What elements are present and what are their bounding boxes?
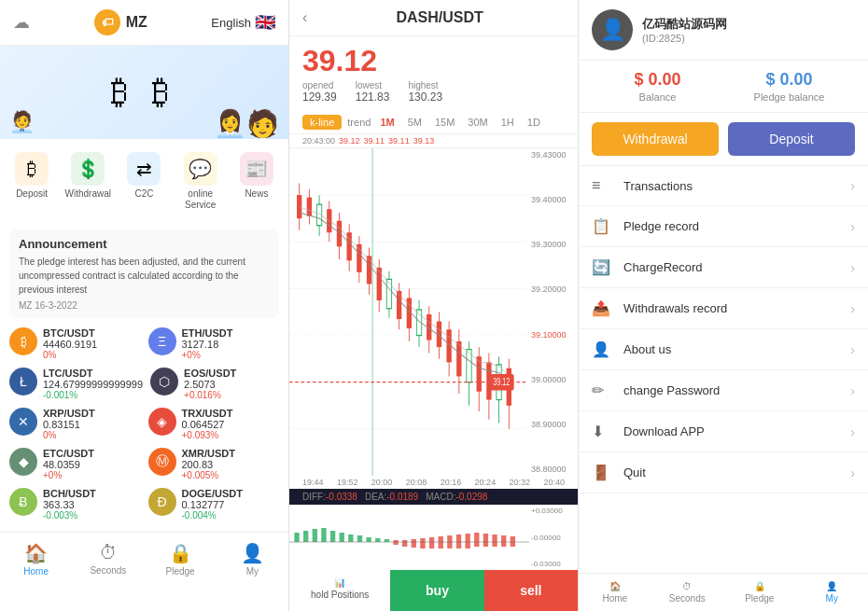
svg-rect-58	[330, 531, 335, 542]
change-password-icon: ✏	[592, 382, 614, 399]
coin-doge[interactable]: Ð DOGE/USDT 0.132777 -0.004%	[148, 488, 280, 521]
bch-icon: Ƀ	[9, 488, 37, 516]
macd-stats-bar: DIFF:-0.0338 DEA:-0.0189 MACD:-0.0298	[289, 489, 578, 505]
menu-item-withdrawal[interactable]: 💲 Withdrawal	[62, 148, 114, 215]
logo-text: MZ	[126, 14, 147, 31]
menu-pledge-record[interactable]: 📋 Pledge record ›	[579, 206, 868, 247]
mid-header: ‹ DASH/USDT	[289, 0, 578, 36]
coin-trx[interactable]: ◈ TRX/USDT 0.064527 +0.093%	[148, 408, 280, 440]
tab-1d[interactable]: 1D	[524, 115, 544, 130]
coin-row-1: ₿ BTC/USDT 44460.9191 0% Ξ ETH/USDT 3127…	[9, 327, 279, 360]
coin-xmr[interactable]: Ⓜ XMR/USDT 200.83 +0.005%	[148, 448, 280, 480]
right-nav-my[interactable]: 👤 My	[796, 574, 869, 611]
tab-5m[interactable]: 5M	[404, 115, 426, 130]
balance-section: $ 0.00 Balance $ 0.00 Pledge balance	[579, 61, 868, 113]
trx-icon: ◈	[148, 408, 176, 436]
menu-item-deposit[interactable]: ₿ Deposit	[6, 148, 58, 215]
candlestick-chart: 39.12	[289, 148, 526, 476]
coin-xrp[interactable]: ✕ XRP/USDT 0.83151 0%	[9, 408, 141, 440]
price-details: opened 129.39 lowest 121.83 highest 130.…	[302, 80, 565, 104]
coin-bch[interactable]: Ƀ BCH/USDT 363.33 -0.003%	[9, 488, 141, 521]
menu-quit[interactable]: 🚪 Quit ›	[579, 452, 868, 493]
left-header: ☁ 🏷 MZ English 🇬🇧	[0, 0, 288, 46]
diff-value: -0.0338	[326, 492, 357, 502]
mid-back-btn[interactable]: ‹	[302, 9, 307, 26]
hold-positions-btn[interactable]: 📊 hold Positions	[289, 570, 390, 611]
kline-badge[interactable]: k-line	[302, 115, 342, 130]
menu-download-app[interactable]: ⬇ Download APP ›	[579, 411, 868, 452]
pledge-balance-label: Pledge balance	[723, 91, 855, 103]
sell-btn[interactable]: sell	[484, 570, 578, 611]
seconds-icon: ⏱	[99, 542, 118, 563]
buy-btn[interactable]: buy	[390, 570, 483, 611]
trend-label[interactable]: trend	[347, 117, 371, 128]
back-icon[interactable]: ☁	[13, 12, 30, 33]
right-nav-pledge[interactable]: 🔒 Pledge	[723, 574, 796, 611]
tab-30m[interactable]: 30M	[464, 115, 491, 130]
time-axis: 19:44 19:52 20:00 20:08 20:16 20:24 20:3…	[289, 476, 578, 489]
menu-change-password[interactable]: ✏ change Password ›	[579, 370, 868, 411]
diff-label: DIFF:-0.0338	[302, 492, 357, 502]
left-nav-home-label: Home	[23, 566, 49, 576]
announcement-date: MZ 16-3-2022	[19, 300, 270, 311]
tab-15m[interactable]: 15M	[431, 115, 458, 130]
tab-1h[interactable]: 1H	[497, 115, 518, 130]
banner-content: 🧑‍💼 ₿ ₿ 👩‍💼🧑	[0, 46, 288, 139]
left-nav-home[interactable]: 🏠 Home	[0, 538, 72, 580]
user-avatar: 👤	[592, 9, 633, 50]
xrp-icon: ✕	[9, 408, 37, 436]
menu-charge-record[interactable]: 🔄 ChargeRecord ›	[579, 247, 868, 288]
language-selector[interactable]: English 🇬🇧	[211, 12, 275, 33]
menu-item-c2c[interactable]: ⇄ C2C	[118, 148, 170, 215]
opened-label: opened	[302, 80, 337, 90]
user-info: 亿码酷站源码网 (ID:2825)	[642, 16, 855, 44]
svg-rect-8	[297, 195, 301, 218]
eth-icon: Ξ	[148, 327, 176, 355]
hold-label: hold Positions	[311, 590, 369, 600]
svg-rect-73	[465, 534, 469, 549]
balance-label: Balance	[592, 91, 723, 103]
coin-btc[interactable]: ₿ BTC/USDT 44460.9191 0%	[9, 327, 141, 360]
svg-rect-55	[303, 531, 308, 542]
opened-detail: opened 129.39	[302, 80, 337, 104]
left-nav-pledge-label: Pledge	[166, 566, 195, 576]
etc-icon: ◆	[9, 448, 37, 476]
svg-rect-56	[313, 529, 317, 542]
withdrawal-button[interactable]: Withdrawal	[592, 122, 719, 156]
coin-ltc[interactable]: Ł LTC/USDT 124.67999999999999 -0.001%	[9, 368, 143, 400]
coin-eos[interactable]: ⬡ EOS/USDT 2.5073 +0.016%	[150, 368, 279, 400]
coin-etc[interactable]: ◆ ETC/USDT 48.0359 +0%	[9, 448, 141, 480]
deposit-button[interactable]: Deposit	[728, 122, 855, 156]
svg-rect-65	[393, 540, 398, 545]
left-nav-my[interactable]: 👤 My	[217, 538, 288, 580]
left-nav-seconds-label: Seconds	[90, 565, 126, 576]
svg-rect-74	[474, 533, 479, 547]
right-nav-seconds[interactable]: ⏱ Seconds	[651, 574, 724, 611]
logo: 🏷 MZ	[94, 9, 147, 35]
highest-detail: highest 130.23	[408, 80, 442, 104]
c2c-icon: ⇄	[127, 152, 161, 186]
announcement-title: Announcement	[19, 237, 270, 251]
trx-info: TRX/USDT 0.064527 +0.093%	[182, 408, 233, 440]
left-nav-pledge[interactable]: 🔒 Pledge	[145, 538, 217, 580]
chevron-icon-5: ›	[850, 342, 855, 357]
svg-rect-62	[366, 537, 371, 542]
tab-1m[interactable]: 1M	[376, 115, 398, 130]
menu-item-online-service[interactable]: 💬 online Service	[175, 148, 227, 215]
coin-eth[interactable]: Ξ ETH/USDT 3127.18 +0%	[148, 327, 280, 360]
chevron-icon-2: ›	[850, 219, 855, 234]
menu-withdrawals-record[interactable]: 📤 Withdrawals record ›	[579, 288, 868, 329]
menu-item-news[interactable]: 📰 News	[231, 148, 283, 215]
transactions-label: Transactions	[623, 179, 850, 193]
chevron-icon-3: ›	[850, 260, 855, 275]
svg-rect-70	[439, 536, 443, 549]
menu-transactions[interactable]: ≡ Transactions ›	[579, 166, 868, 206]
right-nav-home[interactable]: 🏠 Home	[579, 574, 651, 611]
left-nav-seconds[interactable]: ⏱ Seconds	[72, 538, 144, 580]
pledge-record-icon: 📋	[592, 217, 614, 235]
flag-icon: 🇬🇧	[255, 12, 275, 33]
online-service-icon: 💬	[184, 152, 217, 186]
menu-about-us[interactable]: 👤 About us ›	[579, 329, 868, 370]
sell-label: sell	[520, 583, 541, 598]
svg-rect-60	[348, 535, 353, 542]
